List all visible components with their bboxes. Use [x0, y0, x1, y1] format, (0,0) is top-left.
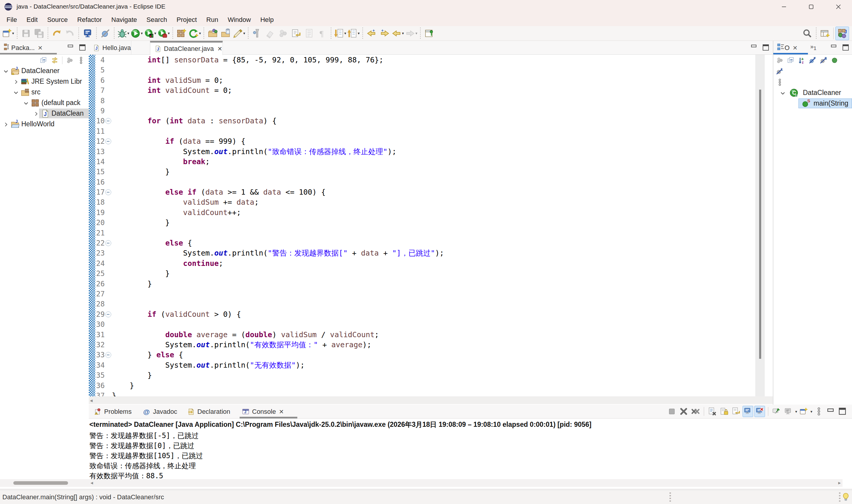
kebab-button[interactable] [775, 78, 784, 87]
editor-tab-hello-java[interactable]: JHello.java [89, 41, 131, 55]
fold-collapse-icon[interactable] [105, 139, 111, 144]
last-edit-button[interactable] [365, 27, 378, 40]
chevron-right-icon[interactable] [33, 111, 39, 119]
open-console-button[interactable] [798, 406, 809, 417]
tab-outline[interactable]: O ✕ [773, 41, 798, 55]
save-all-button[interactable] [33, 27, 46, 40]
focus-button[interactable] [775, 56, 784, 65]
package-explorer-hscrollbar[interactable] [0, 479, 89, 487]
show-stderr-button[interactable] [755, 406, 765, 417]
menu-help[interactable]: Help [256, 14, 278, 26]
hide-nonpublic-button[interactable] [830, 56, 839, 65]
chevron-right-icon[interactable] [13, 79, 19, 87]
tree-item--default-pack[interactable]: (default pack [0, 97, 89, 108]
menu-run[interactable]: Run [201, 14, 223, 26]
run-button[interactable]: ▾ [130, 27, 144, 40]
profile-button[interactable]: ▾ [157, 27, 170, 40]
note-pin-button[interactable] [423, 27, 436, 40]
code-editor[interactable]: 4 int[] sensorData = {85, -5, 92, 0, 105… [89, 55, 773, 396]
team-button[interactable] [277, 27, 290, 40]
doc-sync-button[interactable] [290, 27, 303, 40]
tab-package-explorer[interactable]: Packa... ✕ [0, 41, 42, 55]
undo-button[interactable] [50, 27, 63, 40]
tree-item-jre-system-libr[interactable]: JRE System Libr [0, 76, 89, 87]
scroll-lock-button[interactable] [719, 406, 729, 417]
word-wrap-button[interactable] [731, 406, 741, 417]
view-stack-more[interactable]: »1 [810, 43, 816, 52]
collapse-all-button[interactable] [786, 56, 796, 65]
link-editor-button[interactable] [50, 56, 59, 65]
lightbulb-icon[interactable] [841, 492, 850, 503]
console-output[interactable]: 警告：发现越界数据[-5]，已跳过 警告：发现越界数据[0]，已跳过 警告：发现… [89, 431, 203, 481]
hide-static-button[interactable]: S [819, 56, 828, 65]
minimize-view-button[interactable] [830, 44, 838, 53]
back-button[interactable]: ▾ [391, 27, 405, 40]
search-button[interactable] [801, 27, 814, 40]
fold-collapse-icon[interactable] [105, 311, 111, 317]
fold-collapse-icon[interactable] [105, 118, 111, 124]
new-wizard-button[interactable]: ▾ [1, 27, 15, 40]
export-folder-button[interactable] [219, 27, 232, 40]
chevron-right-icon[interactable] [3, 121, 9, 129]
maximize-view-button[interactable] [842, 44, 850, 53]
marker-pen-button[interactable]: ▾ [232, 27, 246, 40]
editor-tab-datacleaner-java[interactable]: JDataCleaner.java✕ [150, 41, 223, 55]
next-edit-button[interactable] [378, 27, 391, 40]
menu-file[interactable]: File [2, 14, 22, 26]
chevron-down-icon[interactable] [780, 90, 786, 98]
display-console-button[interactable] [783, 406, 794, 417]
maximize-view-button[interactable] [79, 44, 86, 53]
console-hscrollbar[interactable]: ◂▸ [89, 479, 842, 487]
fold-collapse-icon[interactable] [105, 189, 111, 195]
close-icon[interactable]: ✕ [38, 44, 42, 52]
eraser-button[interactable] [264, 27, 277, 40]
fold-collapse-icon[interactable] [105, 240, 111, 246]
sort-button[interactable]: az [797, 56, 806, 65]
doc-view-button[interactable] [303, 27, 316, 40]
tree-item-datacleaner[interactable]: JDataCleaner [0, 66, 89, 76]
torch-button[interactable] [251, 27, 264, 40]
max-button[interactable] [837, 406, 848, 417]
dropdown-icon[interactable]: ▾ [810, 409, 812, 414]
tree-item-src[interactable]: src [0, 87, 89, 97]
open-perspective-button[interactable] [819, 27, 832, 40]
pilcrow-button[interactable]: ¶ [316, 27, 329, 40]
save-button[interactable] [19, 27, 33, 40]
tree-item-helloworld[interactable]: JHelloWorld [0, 119, 89, 129]
chevron-down-icon[interactable] [23, 100, 29, 108]
java-perspective-button[interactable]: J [835, 26, 849, 40]
tab-declaration[interactable]: Declaration [185, 404, 242, 418]
close-icon[interactable]: ✕ [793, 44, 798, 52]
menu-source[interactable]: Source [42, 14, 72, 26]
hide-local-button[interactable]: L [775, 67, 784, 76]
skip-breakpoints-button[interactable] [99, 27, 112, 40]
dropdown-icon[interactable]: ▾ [795, 409, 797, 414]
menu-search[interactable]: Search [142, 14, 172, 26]
maximize-button[interactable] [798, 0, 825, 14]
outline-item-datacleaner[interactable]: CDataCleaner [773, 88, 852, 98]
tab-javadoc[interactable]: @Javadoc [141, 404, 187, 418]
menu-window[interactable]: Window [223, 14, 256, 26]
chevron-down-icon[interactable] [13, 89, 19, 97]
tree-item-dataclean[interactable]: JDataClean [0, 108, 89, 119]
tab-problems[interactable]: Problems [92, 404, 143, 418]
menu-edit[interactable]: Edit [22, 14, 42, 26]
editor-vscrollbar[interactable] [755, 55, 765, 396]
new-java-project-button[interactable] [175, 27, 188, 40]
tasks-button[interactable] [81, 27, 94, 40]
show-stdout-button[interactable] [743, 406, 753, 417]
menu-project[interactable]: Project [172, 14, 201, 26]
debug-button[interactable]: ▾ [116, 27, 130, 40]
close-button[interactable] [825, 0, 852, 14]
chevron-down-icon[interactable] [3, 68, 9, 76]
kebab-button[interactable] [814, 406, 824, 417]
outline-item-main-string[interactable]: Smain(String [773, 98, 852, 109]
focus-button[interactable] [65, 56, 75, 65]
min-button[interactable] [826, 406, 836, 417]
collapse-all-button[interactable] [39, 56, 48, 65]
tab-console[interactable]: JConsole✕ [240, 404, 300, 418]
kebab-button[interactable] [76, 56, 86, 65]
pin-console-button[interactable] [771, 406, 782, 417]
coverage-button[interactable]: ▾ [144, 27, 157, 40]
minimize-editor-button[interactable] [750, 44, 758, 53]
